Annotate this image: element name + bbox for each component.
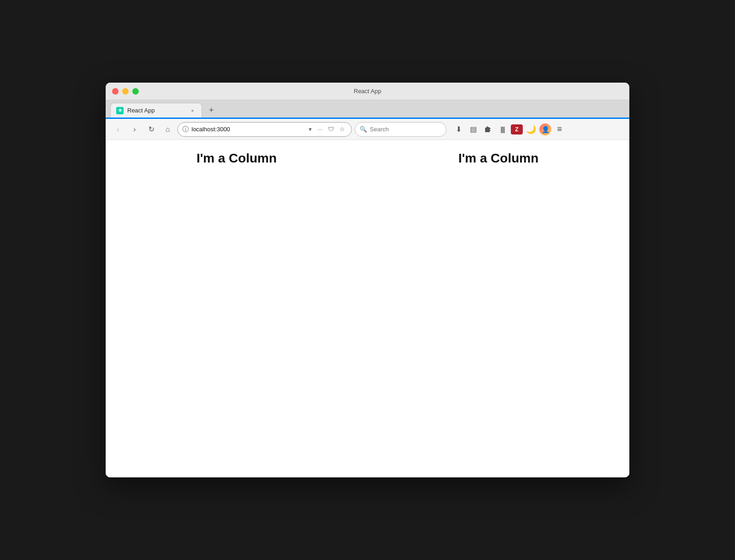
library-button[interactable]: ||| [496, 123, 509, 136]
bookmark-button[interactable]: ☆ [338, 125, 347, 134]
shield-button[interactable]: 🛡 [326, 125, 336, 134]
tab-favicon: ⚛ [116, 107, 124, 114]
search-bar-container: 🔍 [355, 122, 447, 137]
download-button[interactable]: ⬇ [452, 123, 465, 136]
page-content: I'm a Column I'm a Column [106, 140, 629, 477]
address-bar-container: ⓘ ▾ ··· 🛡 ☆ [177, 122, 352, 137]
column-2-text: I'm a Column [458, 151, 539, 166]
tab-label: React App [127, 107, 185, 114]
avatar-icon: 👤 [542, 126, 549, 133]
menu-button[interactable]: ≡ [553, 123, 566, 136]
toolbar-icons: ⬇ ▤ ||| Z 🌙 👤 ≡ [452, 123, 566, 136]
maximize-button[interactable] [132, 88, 139, 95]
reload-button[interactable]: ↻ [144, 123, 158, 136]
home-button[interactable]: ⌂ [161, 123, 175, 136]
avatar-button[interactable]: 👤 [539, 123, 551, 135]
column-2: I'm a Column [368, 140, 629, 477]
address-bar-actions: ▾ ··· 🛡 ☆ [307, 125, 347, 134]
info-icon: ⓘ [182, 125, 189, 134]
window-title: React App [354, 88, 381, 95]
column-1: I'm a Column [106, 140, 368, 477]
address-dropdown-button[interactable]: ▾ [307, 125, 314, 134]
tab-bar: ⚛ React App × + [106, 100, 629, 118]
window-controls [112, 88, 139, 95]
forward-button[interactable]: › [128, 123, 141, 136]
zotero-button[interactable]: Z [511, 124, 523, 134]
address-more-button[interactable]: ··· [316, 125, 324, 134]
back-button[interactable]: ‹ [111, 123, 125, 136]
puzzle-icon [484, 126, 492, 133]
extensions-button[interactable] [481, 123, 494, 136]
tab-close-icon[interactable]: × [189, 107, 196, 114]
search-icon: 🔍 [360, 126, 367, 133]
dark-mode-button[interactable]: 🌙 [525, 123, 537, 136]
search-input[interactable] [370, 126, 425, 133]
title-bar: React App [106, 83, 629, 100]
active-tab[interactable]: ⚛ React App × [110, 103, 202, 118]
minimize-button[interactable] [122, 88, 129, 95]
address-input[interactable] [192, 126, 304, 133]
reader-view-button[interactable]: ▤ [467, 123, 480, 136]
close-button[interactable] [112, 88, 119, 95]
browser-window: React App ⚛ React App × + ‹ › ↻ ⌂ ⓘ ▾ ··… [106, 83, 629, 477]
library-icon: ||| [501, 126, 505, 133]
column-1-text: I'm a Column [197, 151, 277, 166]
new-tab-button[interactable]: + [204, 103, 219, 118]
nav-bar: ‹ › ↻ ⌂ ⓘ ▾ ··· 🛡 ☆ 🔍 ⬇ ▤ [106, 119, 629, 140]
